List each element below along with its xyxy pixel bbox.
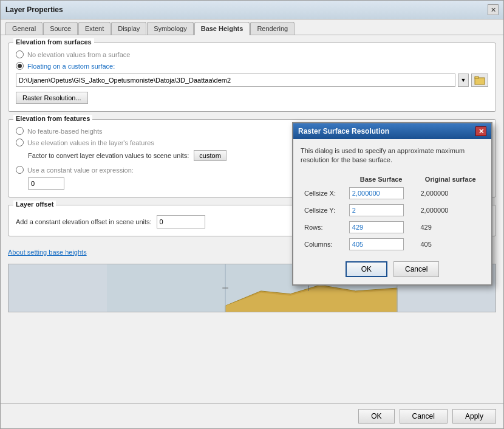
raster-resolution-button[interactable]: Raster Resolution... bbox=[16, 92, 88, 104]
floating-surface-row: Floating on a custom surface: bbox=[16, 62, 488, 70]
elevation-surfaces-group: Elevation from surfaces No elevation val… bbox=[8, 43, 496, 112]
col-base-surface-header: Base Surface bbox=[346, 174, 417, 185]
col-empty-header bbox=[301, 174, 346, 185]
tab-rendering[interactable]: Rendering bbox=[250, 22, 295, 35]
cellsize-x-label: Cellsize X: bbox=[301, 185, 346, 202]
title-bar: Layer Properties ✕ bbox=[1, 1, 503, 19]
custom-button[interactable]: custom bbox=[194, 150, 226, 161]
path-row: ▼ bbox=[16, 74, 488, 87]
floating-surface-label: Floating on a custom surface: bbox=[27, 63, 115, 70]
svg-rect-1 bbox=[475, 77, 478, 78]
elevation-surfaces-title: Elevation from surfaces bbox=[13, 38, 94, 46]
floating-surface-radio[interactable] bbox=[16, 62, 24, 70]
tab-source[interactable]: Source bbox=[43, 22, 78, 35]
no-elevation-radio[interactable] bbox=[16, 50, 24, 58]
offset-label: Add a constant elevation offset in scene… bbox=[16, 218, 152, 225]
cellsize-y-label: Cellsize Y: bbox=[301, 202, 346, 219]
no-elevation-row: No elevation values from a surface bbox=[16, 50, 488, 58]
window-title: Layer Properties bbox=[5, 5, 63, 14]
elevation-features-title: Elevation from features bbox=[13, 115, 92, 122]
apply-button[interactable]: Apply bbox=[452, 409, 496, 424]
browse-button[interactable] bbox=[471, 74, 488, 87]
modal-close-button[interactable]: ✕ bbox=[475, 126, 486, 136]
modal-cancel-button[interactable]: Cancel bbox=[393, 261, 439, 277]
cellsize-y-input[interactable] bbox=[349, 204, 404, 216]
cellsize-y-original: 2,000000 bbox=[417, 202, 484, 219]
modal-title-bar: Raster Surface Resolution ✕ bbox=[293, 123, 491, 139]
no-feature-heights-label: No feature-based heights bbox=[27, 128, 103, 135]
tab-symbology[interactable]: Symbology bbox=[147, 22, 193, 35]
raster-surface-dialog: Raster Surface Resolution ✕ This dialog … bbox=[292, 122, 492, 286]
tab-bar: General Source Extent Display Symbology … bbox=[1, 19, 503, 35]
use-elevation-values-radio[interactable] bbox=[16, 139, 24, 146]
modal-title: Raster Surface Resolution bbox=[298, 127, 389, 136]
columns-label: Columns: bbox=[301, 236, 346, 253]
layer-offset-title: Layer offset bbox=[13, 201, 56, 208]
svg-rect-0 bbox=[475, 78, 485, 84]
columns-input-cell bbox=[346, 236, 417, 253]
cancel-button[interactable]: Cancel bbox=[400, 409, 448, 424]
columns-input[interactable] bbox=[349, 238, 404, 250]
constant-value-label: Use a constant value or expression: bbox=[27, 166, 134, 174]
modal-table: Base Surface Original surface Cellsize X… bbox=[301, 174, 484, 253]
tab-general[interactable]: General bbox=[5, 22, 43, 35]
rows-original: 429 bbox=[417, 219, 484, 236]
constant-value-radio[interactable] bbox=[16, 166, 24, 174]
table-row-cellsize-x: Cellsize X: 2,000000 bbox=[301, 185, 484, 202]
rows-input[interactable] bbox=[349, 221, 404, 233]
rows-label: Rows: bbox=[301, 219, 346, 236]
modal-ok-button[interactable]: OK bbox=[346, 261, 387, 277]
table-row-columns: Columns: 405 bbox=[301, 236, 484, 253]
path-input[interactable] bbox=[16, 74, 455, 87]
col-original-surface-header: Original surface bbox=[417, 174, 484, 185]
no-feature-heights-radio[interactable] bbox=[16, 127, 24, 135]
cellsize-x-input[interactable] bbox=[349, 187, 404, 199]
window-close-button[interactable]: ✕ bbox=[488, 4, 499, 15]
cellsize-x-original: 2,000000 bbox=[417, 185, 484, 202]
cellsize-x-input-cell bbox=[346, 185, 417, 202]
help-link[interactable]: About setting base heights bbox=[8, 249, 87, 256]
path-dropdown-button[interactable]: ▼ bbox=[458, 74, 469, 87]
use-elevation-values-label: Use elevation values in the layer's feat… bbox=[27, 139, 154, 146]
tab-display[interactable]: Display bbox=[111, 22, 146, 35]
tab-extent[interactable]: Extent bbox=[78, 22, 111, 35]
offset-input[interactable] bbox=[157, 215, 205, 228]
tab-base-heights[interactable]: Base Heights bbox=[194, 22, 250, 35]
factor-label: Factor to convert layer elevation values… bbox=[28, 152, 189, 159]
no-elevation-label: No elevation values from a surface bbox=[27, 51, 130, 58]
bottom-bar: OK Cancel Apply bbox=[1, 403, 503, 428]
modal-buttons: OK Cancel bbox=[301, 261, 484, 277]
table-row-rows: Rows: 429 bbox=[301, 219, 484, 236]
main-window: Layer Properties ✕ General Source Extent… bbox=[0, 0, 504, 429]
modal-description: This dialog is used to specify an approx… bbox=[301, 146, 484, 165]
folder-icon bbox=[474, 75, 485, 86]
ok-button[interactable]: OK bbox=[358, 409, 394, 424]
modal-content: This dialog is used to specify an approx… bbox=[293, 139, 491, 284]
table-row-cellsize-y: Cellsize Y: 2,000000 bbox=[301, 202, 484, 219]
columns-original: 405 bbox=[417, 236, 484, 253]
constant-value-input[interactable] bbox=[28, 177, 64, 190]
rows-input-cell bbox=[346, 219, 417, 236]
cellsize-y-input-cell bbox=[346, 202, 417, 219]
